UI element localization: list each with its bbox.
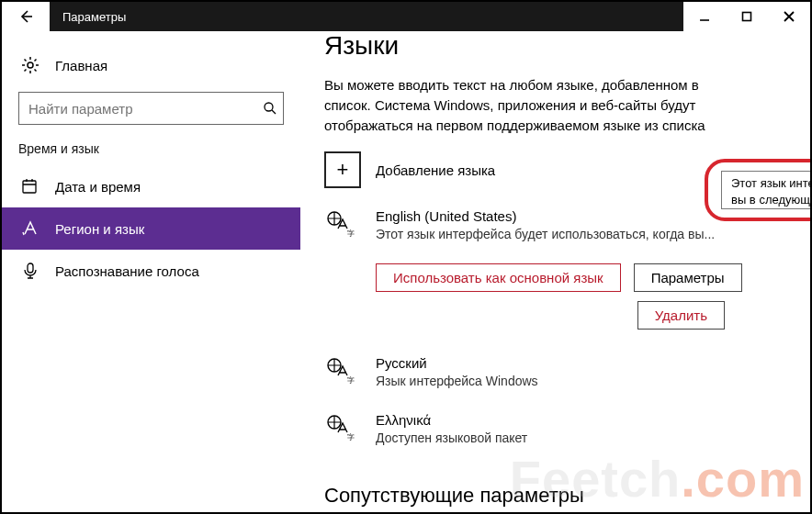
language-name: Ελληνικά xyxy=(376,410,786,430)
search-icon xyxy=(263,93,277,124)
calendar-clock-icon xyxy=(20,176,40,196)
svg-rect-3 xyxy=(23,181,36,193)
window-title: Параметры xyxy=(50,2,683,31)
intro-text: Вы можете вводить текст на любом языке, … xyxy=(324,75,719,135)
content-area: Языки Вы можете вводить текст на любом я… xyxy=(300,31,810,512)
minimize-icon xyxy=(699,11,710,22)
tooltip-annotation: Этот язык интерфейса будет использоватьс… xyxy=(705,159,812,221)
arrow-left-icon xyxy=(17,8,34,25)
svg-text:字: 字 xyxy=(347,433,355,441)
language-pack-icon: 字 xyxy=(324,207,361,240)
language-name: Русский xyxy=(376,353,786,373)
close-button[interactable] xyxy=(768,2,810,31)
svg-rect-0 xyxy=(743,13,751,21)
language-pack-icon: 字 xyxy=(324,353,361,386)
svg-text:字: 字 xyxy=(347,376,355,385)
sidebar-section-label: Время и язык xyxy=(2,141,300,156)
related-settings-heading: Сопутствующие параметры xyxy=(324,484,786,508)
sidebar: Главная Время и язык Дата и время Регион… xyxy=(2,31,300,512)
language-subtitle: Доступен языковой пакет xyxy=(376,430,761,447)
language-item-greek[interactable]: 字 Ελληνικά Доступен языковой пакет xyxy=(324,410,786,447)
set-default-button[interactable]: Использовать как основной язык xyxy=(376,263,621,292)
svg-point-1 xyxy=(28,62,33,68)
page-title: Языки xyxy=(324,31,786,61)
search-input[interactable] xyxy=(19,93,283,124)
maximize-button[interactable] xyxy=(726,2,768,31)
tooltip-text: Этот язык интерфейса будет использоватьс… xyxy=(721,171,812,209)
close-icon xyxy=(784,11,795,22)
language-subtitle: Язык интерфейса Windows xyxy=(376,373,761,390)
back-button[interactable] xyxy=(2,2,50,31)
maximize-icon xyxy=(741,11,752,22)
search-box[interactable] xyxy=(18,92,284,125)
options-button[interactable]: Параметры xyxy=(634,263,742,292)
add-language-label: Добавление языка xyxy=(376,162,495,178)
sidebar-item-label: Дата и время xyxy=(55,179,141,195)
titlebar: Параметры xyxy=(2,2,810,31)
plus-icon: + xyxy=(324,151,361,188)
sidebar-item-date-time[interactable]: Дата и время xyxy=(2,165,300,207)
language-subtitle: Этот язык интерфейса будет использоватьс… xyxy=(376,226,761,243)
language-a-icon xyxy=(20,218,40,239)
microphone-icon xyxy=(20,261,40,281)
language-item-russian[interactable]: 字 Русский Язык интерфейса Windows xyxy=(324,353,786,390)
sidebar-home[interactable]: Главная xyxy=(2,44,300,86)
sidebar-home-label: Главная xyxy=(55,58,107,73)
svg-point-2 xyxy=(265,103,273,111)
svg-text:字: 字 xyxy=(347,229,355,238)
sidebar-item-label: Регион и язык xyxy=(55,221,144,237)
minimize-button[interactable] xyxy=(683,2,726,31)
sidebar-item-label: Распознавание голоса xyxy=(55,263,199,279)
sidebar-item-speech[interactable]: Распознавание голоса xyxy=(2,250,300,292)
language-pack-icon: 字 xyxy=(324,410,361,443)
svg-rect-4 xyxy=(28,263,33,273)
remove-button[interactable]: Удалить xyxy=(637,301,725,330)
gear-icon xyxy=(20,55,40,75)
sidebar-item-region-language[interactable]: Регион и язык xyxy=(2,207,300,250)
